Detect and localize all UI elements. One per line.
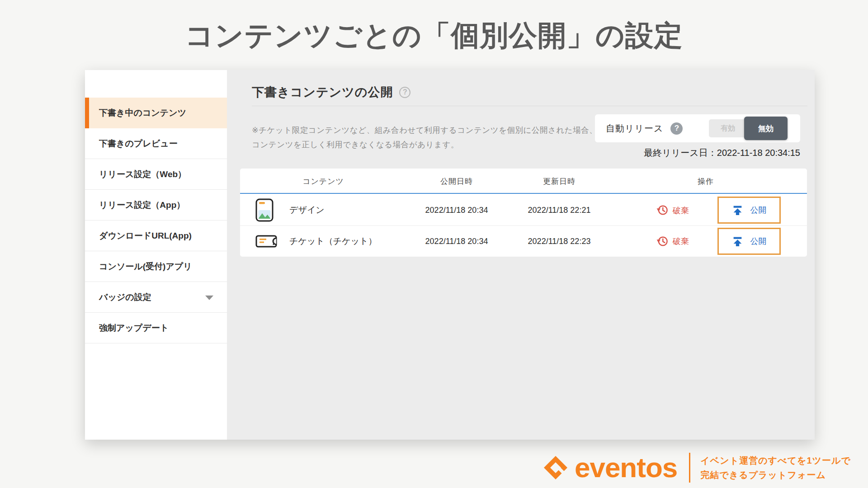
sidebar-item-label: 下書き中のコンテンツ [99, 107, 186, 119]
sidebar-nav: 下書き中のコンテンツ 下書きのプレビュー リリース設定（Web） リリース設定（… [85, 70, 227, 343]
sidebar-item-label: リリース設定（Web） [99, 169, 186, 180]
auto-release-panel: 自動リリース ? 有効 無効 [595, 114, 800, 142]
sidebar-item-badge-settings[interactable]: バッジの設定 [85, 282, 227, 313]
note-line: コンテンツを正しく利用できなくなる場合があります。 [252, 137, 597, 152]
page-title: コンテンツごとの「個別公開」の設定 [0, 16, 868, 55]
sidebar-item-label: コンソール(受付)アプリ [99, 261, 192, 272]
sidebar-item-label: リリース設定（App） [99, 199, 185, 211]
sidebar-item-release-settings-web[interactable]: リリース設定（Web） [85, 159, 227, 190]
auto-release-help-icon[interactable]: ? [670, 122, 683, 135]
sidebar-item-draft-contents[interactable]: 下書き中のコンテンツ [85, 98, 227, 128]
sidebar-item-release-settings-app[interactable]: リリース設定（App） [85, 190, 227, 221]
table-header-updated: 更新日時 [543, 169, 576, 194]
table-header-content: コンテンツ [302, 169, 344, 194]
tagline-line: 完結できるプラットフォーム [700, 468, 851, 482]
history-icon [656, 235, 669, 247]
sidebar-item-draft-preview[interactable]: 下書きのプレビュー [85, 128, 227, 159]
table-header-actions: 操作 [698, 169, 714, 194]
sidebar-item-label: 強制アップデート [99, 322, 169, 334]
sidebar-item-label: 下書きのプレビュー [99, 138, 178, 150]
table-row: デザイン 2022/11/18 20:34 2022/11/18 22:21 破… [240, 195, 807, 225]
note-text: ※チケット限定コンテンツなど、組み合わせて利用するコンテンツを個別に公開された場… [252, 123, 597, 152]
sidebar-item-force-update[interactable]: 強制アップデート [85, 313, 227, 343]
auto-release-label: 自動リリース [606, 122, 663, 135]
eventos-logo-icon [543, 455, 568, 480]
sidebar-item-download-url-app[interactable]: ダウンロードURL(App) [85, 221, 227, 251]
updated-at: 2022/11/18 22:23 [528, 236, 591, 246]
upload-icon [732, 205, 743, 216]
draft-contents-table: コンテンツ 公開日時 更新日時 操作 デザイン [240, 169, 807, 257]
page: コンテンツごとの「個別公開」の設定 下書き中のコンテンツ 下書きのプレビュー リ… [0, 0, 868, 488]
main-content: 下書きコンテンツの公開 ? ※チケット限定コンテンツなど、組み合わせて利用するコ… [227, 70, 815, 440]
published-at: 2022/11/18 20:34 [425, 206, 488, 215]
published-at: 2022/11/18 20:34 [425, 236, 488, 246]
last-release-date: 最終リリース日：2022-11-18 20:34:15 [595, 147, 800, 159]
footer-brand: eventos イベント運営のすべてを1ツールで 完結できるプラットフォーム [543, 453, 851, 483]
help-icon[interactable]: ? [399, 87, 410, 98]
content-name: チケット（チケット） [289, 235, 377, 247]
logo-separator [689, 453, 690, 483]
table-header-published: 公開日時 [440, 169, 473, 194]
app-window: 下書き中のコンテンツ 下書きのプレビュー リリース設定（Web） リリース設定（… [85, 70, 815, 440]
tagline-line: イベント運営のすべてを1ツールで [700, 453, 851, 468]
history-icon [656, 204, 669, 216]
table-row: チケット（チケット） 2022/11/18 20:34 2022/11/18 2… [240, 225, 807, 256]
discard-button[interactable]: 破棄 [656, 204, 689, 216]
table-header-row: コンテンツ 公開日時 更新日時 操作 [240, 169, 807, 194]
content-name: デザイン [289, 204, 325, 216]
eventos-logo-text: eventos [575, 454, 677, 482]
sidebar-item-label: ダウンロードURL(App) [99, 230, 192, 242]
auto-release-enabled-button[interactable]: 有効 [709, 119, 747, 137]
publish-button[interactable]: 公開 [717, 228, 781, 255]
brand-tagline: イベント運営のすべてを1ツールで 完結できるプラットフォーム [700, 453, 851, 482]
sidebar-item-label: バッジの設定 [99, 291, 151, 303]
publish-button[interactable]: 公開 [717, 197, 781, 224]
note-line: ※チケット限定コンテンツなど、組み合わせて利用するコンテンツを個別に公開された場… [252, 123, 597, 137]
updated-at: 2022/11/18 22:21 [528, 206, 591, 215]
heading-divider [252, 106, 807, 106]
auto-release-toggle: 有効 無効 [709, 117, 788, 140]
content-heading: 下書きコンテンツの公開 [252, 84, 393, 100]
auto-release-disabled-button[interactable]: 無効 [744, 117, 788, 140]
upload-icon [732, 236, 743, 247]
design-thumbnail-icon [255, 198, 274, 222]
sidebar-item-console-reception-app[interactable]: コンソール(受付)アプリ [85, 251, 227, 282]
discard-button[interactable]: 破棄 [656, 235, 689, 247]
ticket-icon [255, 234, 279, 249]
chevron-down-icon [205, 296, 213, 300]
sidebar: 下書き中のコンテンツ 下書きのプレビュー リリース設定（Web） リリース設定（… [85, 70, 227, 440]
